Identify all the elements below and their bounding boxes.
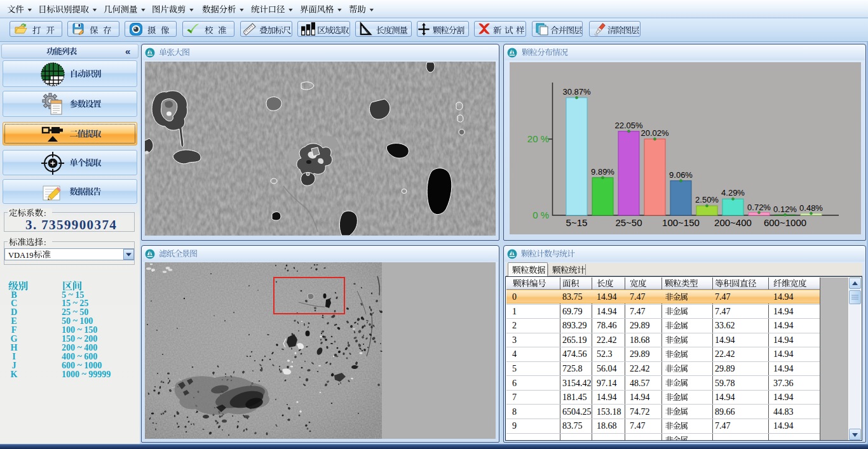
svg-text:9.06%: 9.06% <box>669 170 693 180</box>
svg-text:100~150: 100~150 <box>662 217 700 228</box>
svg-text:20 %: 20 % <box>527 133 549 144</box>
svg-text:0.72%: 0.72% <box>747 203 771 212</box>
svg-text:22.05%: 22.05% <box>614 121 643 130</box>
svg-text:0.12%: 0.12% <box>773 204 797 214</box>
svg-text:25~50: 25~50 <box>615 217 642 228</box>
svg-text:9.89%: 9.89% <box>591 167 614 177</box>
svg-text:0.48%: 0.48% <box>799 203 823 213</box>
svg-text:20.02%: 20.02% <box>641 128 669 138</box>
svg-text:4.29%: 4.29% <box>721 188 745 198</box>
svg-text:200~400: 200~400 <box>714 217 752 228</box>
svg-text:2.50%: 2.50% <box>695 195 719 204</box>
svg-text:30.87%: 30.87% <box>562 87 591 97</box>
svg-text:600~1000: 600~1000 <box>764 217 806 228</box>
svg-text:0 %: 0 % <box>532 210 549 220</box>
svg-text:5~15: 5~15 <box>566 217 588 228</box>
